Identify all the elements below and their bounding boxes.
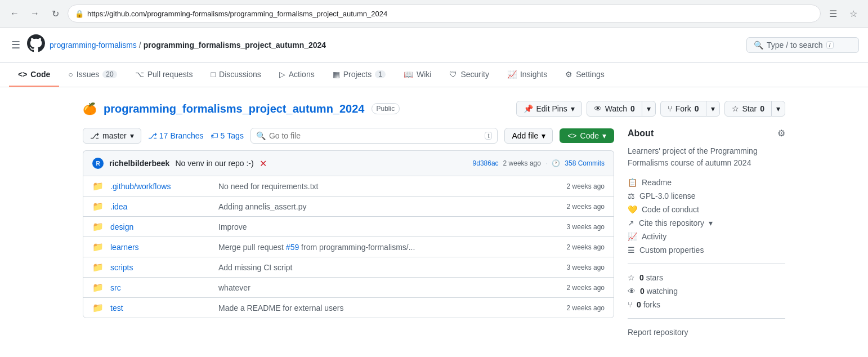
- sidebar-link-custom-props[interactable]: ☰ Custom properties: [628, 246, 785, 255]
- branch-selector[interactable]: ⎇ master ▾: [83, 128, 141, 144]
- commit-hash-link[interactable]: 9d386ac: [473, 159, 499, 167]
- repo-title-row: 🍊 programming_formalisms_project_autumn_…: [83, 101, 785, 117]
- tags-link[interactable]: 🏷 5 Tags: [211, 131, 244, 140]
- tags-icon: 🏷: [211, 131, 218, 140]
- file-name[interactable]: .idea: [110, 202, 212, 211]
- bookmark-button[interactable]: ☰: [825, 6, 841, 21]
- fork-button[interactable]: ⑂ Fork 0: [660, 101, 706, 117]
- discussions-tab-icon: □: [211, 70, 216, 79]
- file-name[interactable]: scripts: [110, 263, 212, 272]
- add-file-label: Add file: [512, 131, 538, 140]
- main-content: 🍊 programming_formalisms_project_autumn_…: [74, 87, 794, 350]
- tab-wiki[interactable]: 📖 Wiki: [395, 63, 440, 87]
- tab-settings[interactable]: ⚙ Settings: [556, 63, 614, 87]
- file-name[interactable]: src: [110, 283, 212, 292]
- file-message: No need for requirements.txt: [218, 182, 560, 191]
- watch-dropdown-button[interactable]: ▾: [642, 101, 656, 117]
- star-page-button[interactable]: ☆: [845, 6, 861, 21]
- folder-icon: 📁: [92, 181, 104, 191]
- forward-button[interactable]: →: [27, 6, 43, 21]
- branches-link[interactable]: ⎇ 17 Branches: [148, 131, 204, 140]
- file-message: whatever: [218, 283, 560, 292]
- sidebar-link-activity[interactable]: 📈 Activity: [628, 232, 785, 241]
- tab-insights[interactable]: 📈 Insights: [498, 63, 556, 87]
- edit-pins-button[interactable]: 📌 Edit Pins ▾: [516, 101, 582, 117]
- file-time: 3 weeks ago: [567, 264, 605, 271]
- org-link[interactable]: programming-formalisms: [50, 41, 137, 50]
- add-file-button[interactable]: Add file ▾: [504, 128, 553, 144]
- commits-count-link[interactable]: 358 Commits: [565, 159, 605, 167]
- wiki-tab-icon: 📖: [404, 70, 413, 79]
- lock-icon: 🔒: [75, 10, 84, 18]
- file-message: Made a README for external users: [218, 304, 560, 313]
- pr-tab-label: Pull requests: [147, 70, 193, 79]
- visibility-badge: Public: [372, 103, 400, 114]
- tab-code[interactable]: <> Code: [9, 63, 59, 87]
- security-tab-icon: 🛡: [449, 70, 457, 79]
- cite-label: Cite this repository: [639, 218, 704, 227]
- folder-icon: 📁: [92, 262, 104, 273]
- watch-button[interactable]: 👁 Watch 0: [587, 101, 642, 117]
- code-button[interactable]: <> Code ▾: [560, 128, 614, 143]
- tab-projects[interactable]: ▦ Projects 1: [324, 63, 395, 87]
- repo-name[interactable]: programming_formalisms_project_autumn_20…: [104, 102, 365, 115]
- pr-link[interactable]: #59: [286, 243, 299, 252]
- file-name[interactable]: design: [110, 222, 212, 231]
- hamburger-menu[interactable]: ☰: [9, 37, 23, 53]
- cite-icon: ↗: [628, 218, 634, 227]
- tab-security[interactable]: 🛡 Security: [440, 63, 498, 87]
- report-repository-link[interactable]: Report repository: [628, 328, 688, 337]
- global-search[interactable]: 🔍 Type / to search /: [746, 37, 859, 53]
- file-search: 🔍 t: [250, 128, 498, 144]
- forks-count: 0 forks: [637, 300, 660, 309]
- code-btn-chevron-icon: ▾: [602, 131, 606, 140]
- sidebar-links: 📋 Readme ⚖ GPL-3.0 license 💛 Code of con…: [628, 178, 785, 255]
- address-bar[interactable]: 🔒 https://github.com/programming-formali…: [68, 5, 821, 23]
- add-file-chevron-icon: ▾: [542, 131, 545, 140]
- tab-discussions[interactable]: □ Discussions: [202, 63, 270, 87]
- star-count: 0: [760, 104, 764, 113]
- tab-pull-requests[interactable]: ⌥ Pull requests: [126, 63, 202, 87]
- back-button[interactable]: ←: [7, 6, 23, 21]
- security-tab-label: Security: [460, 70, 489, 79]
- wiki-tab-label: Wiki: [417, 70, 431, 79]
- table-row: 📁 learners Merge pull request #59 from p…: [83, 237, 614, 257]
- settings-tab-icon: ⚙: [565, 70, 572, 79]
- file-name[interactable]: learners: [110, 243, 212, 252]
- projects-tab-icon: ▦: [333, 70, 340, 79]
- refresh-button[interactable]: ↻: [47, 6, 63, 21]
- actions-tab-icon: ▷: [279, 70, 285, 79]
- file-time: 2 weeks ago: [567, 304, 605, 312]
- conduct-icon: 💛: [628, 205, 637, 214]
- star-button[interactable]: ☆ Star 0: [724, 101, 772, 117]
- tab-issues[interactable]: ○ Issues 20: [59, 63, 126, 87]
- breadcrumb-separator: /: [139, 41, 141, 50]
- pr-tab-icon: ⌥: [135, 70, 144, 79]
- about-gear-icon[interactable]: ⚙: [777, 128, 785, 139]
- sidebar-link-license[interactable]: ⚖ GPL-3.0 license: [628, 191, 785, 200]
- star-dropdown-button[interactable]: ▾: [771, 101, 785, 117]
- file-search-input[interactable]: [250, 128, 498, 144]
- file-name[interactable]: test: [110, 304, 212, 313]
- license-label: GPL-3.0 license: [639, 191, 696, 200]
- commit-time: 2 weeks ago: [503, 159, 541, 167]
- file-name[interactable]: .github/workflows: [110, 182, 212, 191]
- browser-chrome: ← → ↻ 🔒 https://github.com/programming-f…: [0, 0, 868, 28]
- sidebar-link-readme[interactable]: 📋 Readme: [628, 178, 785, 187]
- forks-stat: ⑂ 0 forks: [628, 300, 785, 309]
- file-time: 2 weeks ago: [567, 284, 605, 292]
- fork-dropdown-button[interactable]: ▾: [706, 101, 720, 117]
- sidebar-link-cite[interactable]: ↗ Cite this repository ▾: [628, 218, 785, 227]
- custom-props-label: Custom properties: [639, 246, 704, 255]
- commit-author[interactable]: richelbilderbeek: [109, 159, 169, 168]
- repo-name-breadcrumb: programming_formalisms_project_autumn_20…: [144, 41, 326, 50]
- insights-tab-label: Insights: [520, 70, 547, 79]
- actions-tab-label: Actions: [289, 70, 315, 79]
- issues-tab-label: Issues: [77, 70, 99, 79]
- file-message: Merge pull request #59 from programming-…: [218, 243, 560, 252]
- tab-actions[interactable]: ▷ Actions: [270, 63, 324, 87]
- star-icon: ☆: [732, 104, 739, 113]
- sidebar-link-conduct[interactable]: 💛 Code of conduct: [628, 205, 785, 214]
- watch-group: 👁 Watch 0 ▾: [587, 101, 656, 117]
- fork-group: ⑂ Fork 0 ▾: [660, 101, 720, 117]
